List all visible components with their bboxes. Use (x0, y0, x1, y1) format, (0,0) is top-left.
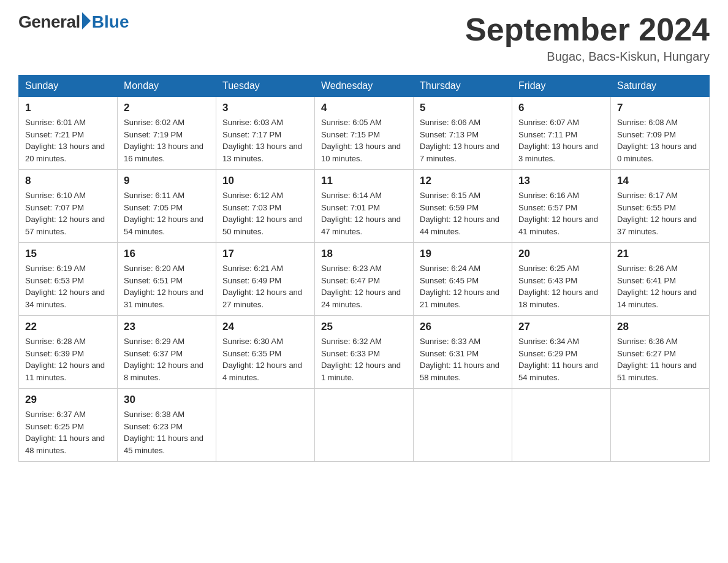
day-cell: 9Sunrise: 6:11 AMSunset: 7:05 PMDaylight… (118, 170, 216, 243)
header-wednesday: Wednesday (315, 75, 414, 97)
day-info: Sunrise: 6:03 AMSunset: 7:17 PMDaylight:… (222, 117, 308, 164)
day-info: Sunrise: 6:20 AMSunset: 6:51 PMDaylight:… (124, 262, 210, 310)
day-cell: 21Sunrise: 6:26 AMSunset: 6:41 PMDayligh… (611, 243, 710, 316)
day-number: 18 (321, 248, 407, 260)
day-number: 16 (124, 248, 210, 260)
day-number: 8 (25, 175, 111, 187)
month-title: September 2024 (465, 12, 710, 47)
day-info: Sunrise: 6:30 AMSunset: 6:35 PMDaylight:… (222, 335, 308, 383)
day-cell: 24Sunrise: 6:30 AMSunset: 6:35 PMDayligh… (216, 316, 315, 389)
logo-triangle-icon (82, 12, 91, 29)
week-row-4: 22Sunrise: 6:28 AMSunset: 6:39 PMDayligh… (19, 316, 710, 389)
day-number: 15 (25, 248, 111, 260)
day-cell (216, 389, 315, 462)
page-header: General Blue September 2024 Bugac, Bacs-… (18, 12, 710, 64)
day-info: Sunrise: 6:12 AMSunset: 7:03 PMDaylight:… (222, 190, 308, 237)
day-cell: 1Sunrise: 6:01 AMSunset: 7:21 PMDaylight… (19, 97, 118, 170)
day-info: Sunrise: 6:38 AMSunset: 6:23 PMDaylight:… (124, 408, 210, 456)
day-cell: 14Sunrise: 6:17 AMSunset: 6:55 PMDayligh… (611, 170, 710, 243)
day-cell: 6Sunrise: 6:07 AMSunset: 7:11 PMDaylight… (512, 97, 611, 170)
day-cell: 30Sunrise: 6:38 AMSunset: 6:23 PMDayligh… (118, 389, 216, 462)
header-friday: Friday (512, 75, 611, 97)
day-number: 29 (25, 394, 111, 406)
day-number: 3 (222, 102, 308, 114)
day-number: 1 (25, 102, 111, 114)
day-info: Sunrise: 6:32 AMSunset: 6:33 PMDaylight:… (321, 335, 407, 383)
day-info: Sunrise: 6:24 AMSunset: 6:45 PMDaylight:… (420, 262, 506, 310)
day-number: 12 (420, 175, 506, 187)
day-cell: 17Sunrise: 6:21 AMSunset: 6:49 PMDayligh… (216, 243, 315, 316)
day-cell: 23Sunrise: 6:29 AMSunset: 6:37 PMDayligh… (118, 316, 216, 389)
day-number: 23 (124, 321, 210, 333)
day-info: Sunrise: 6:10 AMSunset: 7:07 PMDaylight:… (25, 190, 111, 237)
logo-general-text: General (18, 12, 80, 32)
day-cell: 26Sunrise: 6:33 AMSunset: 6:31 PMDayligh… (414, 316, 512, 389)
day-number: 2 (124, 102, 210, 114)
header-tuesday: Tuesday (216, 75, 315, 97)
day-cell: 27Sunrise: 6:34 AMSunset: 6:29 PMDayligh… (512, 316, 611, 389)
day-cell (315, 389, 414, 462)
day-cell: 22Sunrise: 6:28 AMSunset: 6:39 PMDayligh… (19, 316, 118, 389)
day-number: 7 (617, 102, 703, 114)
day-cell: 10Sunrise: 6:12 AMSunset: 7:03 PMDayligh… (216, 170, 315, 243)
day-cell: 29Sunrise: 6:37 AMSunset: 6:25 PMDayligh… (19, 389, 118, 462)
day-cell (611, 389, 710, 462)
day-cell: 28Sunrise: 6:36 AMSunset: 6:27 PMDayligh… (611, 316, 710, 389)
day-number: 9 (124, 175, 210, 187)
week-row-5: 29Sunrise: 6:37 AMSunset: 6:25 PMDayligh… (19, 389, 710, 462)
header-row: SundayMondayTuesdayWednesdayThursdayFrid… (19, 75, 710, 97)
day-number: 17 (222, 248, 308, 260)
day-number: 11 (321, 175, 407, 187)
day-cell: 25Sunrise: 6:32 AMSunset: 6:33 PMDayligh… (315, 316, 414, 389)
day-number: 10 (222, 175, 308, 187)
day-info: Sunrise: 6:16 AMSunset: 6:57 PMDaylight:… (518, 190, 604, 237)
day-info: Sunrise: 6:19 AMSunset: 6:53 PMDaylight:… (25, 262, 111, 310)
day-info: Sunrise: 6:28 AMSunset: 6:39 PMDaylight:… (25, 335, 111, 383)
day-info: Sunrise: 6:11 AMSunset: 7:05 PMDaylight:… (124, 190, 210, 237)
day-info: Sunrise: 6:08 AMSunset: 7:09 PMDaylight:… (617, 117, 703, 164)
header-thursday: Thursday (414, 75, 512, 97)
day-cell: 13Sunrise: 6:16 AMSunset: 6:57 PMDayligh… (512, 170, 611, 243)
day-cell: 19Sunrise: 6:24 AMSunset: 6:45 PMDayligh… (414, 243, 512, 316)
day-cell (414, 389, 512, 462)
day-info: Sunrise: 6:29 AMSunset: 6:37 PMDaylight:… (124, 335, 210, 383)
logo-blue-text: Blue (92, 12, 129, 32)
header-saturday: Saturday (611, 75, 710, 97)
header-sunday: Sunday (19, 75, 118, 97)
day-info: Sunrise: 6:26 AMSunset: 6:41 PMDaylight:… (617, 262, 703, 310)
day-cell: 15Sunrise: 6:19 AMSunset: 6:53 PMDayligh… (19, 243, 118, 316)
day-number: 13 (518, 175, 604, 187)
day-cell: 5Sunrise: 6:06 AMSunset: 7:13 PMDaylight… (414, 97, 512, 170)
day-number: 22 (25, 321, 111, 333)
day-cell: 8Sunrise: 6:10 AMSunset: 7:07 PMDaylight… (19, 170, 118, 243)
day-number: 6 (518, 102, 604, 114)
day-info: Sunrise: 6:02 AMSunset: 7:19 PMDaylight:… (124, 117, 210, 164)
day-info: Sunrise: 6:14 AMSunset: 7:01 PMDaylight:… (321, 190, 407, 237)
day-number: 25 (321, 321, 407, 333)
day-info: Sunrise: 6:23 AMSunset: 6:47 PMDaylight:… (321, 262, 407, 310)
day-number: 28 (617, 321, 703, 333)
day-cell: 7Sunrise: 6:08 AMSunset: 7:09 PMDaylight… (611, 97, 710, 170)
day-number: 26 (420, 321, 506, 333)
calendar-table: SundayMondayTuesdayWednesdayThursdayFrid… (18, 75, 710, 462)
day-number: 5 (420, 102, 506, 114)
day-info: Sunrise: 6:25 AMSunset: 6:43 PMDaylight:… (518, 262, 604, 310)
day-cell: 11Sunrise: 6:14 AMSunset: 7:01 PMDayligh… (315, 170, 414, 243)
day-info: Sunrise: 6:15 AMSunset: 6:59 PMDaylight:… (420, 190, 506, 237)
location-title: Bugac, Bacs-Kiskun, Hungary (465, 50, 710, 64)
day-number: 20 (518, 248, 604, 260)
day-info: Sunrise: 6:33 AMSunset: 6:31 PMDaylight:… (420, 335, 506, 383)
logo: General Blue (18, 12, 129, 32)
day-number: 24 (222, 321, 308, 333)
day-number: 14 (617, 175, 703, 187)
day-info: Sunrise: 6:05 AMSunset: 7:15 PMDaylight:… (321, 117, 407, 164)
day-info: Sunrise: 6:07 AMSunset: 7:11 PMDaylight:… (518, 117, 604, 164)
day-cell: 4Sunrise: 6:05 AMSunset: 7:15 PMDaylight… (315, 97, 414, 170)
week-row-3: 15Sunrise: 6:19 AMSunset: 6:53 PMDayligh… (19, 243, 710, 316)
day-info: Sunrise: 6:37 AMSunset: 6:25 PMDaylight:… (25, 408, 111, 456)
day-cell: 16Sunrise: 6:20 AMSunset: 6:51 PMDayligh… (118, 243, 216, 316)
day-info: Sunrise: 6:34 AMSunset: 6:29 PMDaylight:… (518, 335, 604, 383)
day-cell (512, 389, 611, 462)
day-number: 30 (124, 394, 210, 406)
week-row-1: 1Sunrise: 6:01 AMSunset: 7:21 PMDaylight… (19, 97, 710, 170)
